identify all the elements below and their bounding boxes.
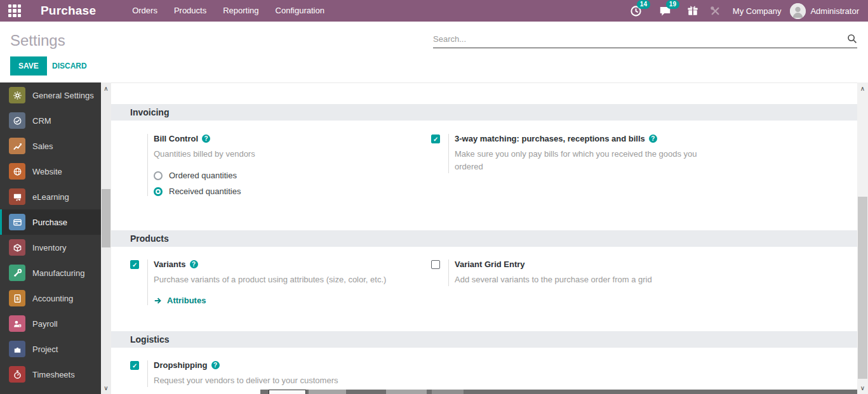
three-way-matching-checkbox[interactable] bbox=[431, 135, 440, 143]
page-title: Settings bbox=[10, 32, 65, 49]
svg-text:$: $ bbox=[16, 296, 19, 301]
radio-icon[interactable] bbox=[154, 171, 163, 180]
invoice-icon: $ bbox=[9, 290, 25, 306]
top-menu: Orders Products Reporting Configuration bbox=[124, 0, 333, 22]
sidebar-scrollbar-thumb[interactable] bbox=[102, 189, 110, 247]
employee-icon: $ bbox=[9, 315, 25, 332]
sidebar-label: Accounting bbox=[32, 294, 73, 303]
search-input[interactable] bbox=[433, 34, 847, 44]
setting-title: Bill Control bbox=[154, 134, 198, 143]
setting-variant-grid-entry: Variant Grid Entry Add several variants … bbox=[431, 259, 730, 286]
sidebar-label: CRM bbox=[32, 116, 51, 126]
sidebar-item-accounting[interactable]: $ Accounting bbox=[0, 286, 101, 311]
strip-segment bbox=[269, 390, 306, 394]
scroll-up-icon[interactable]: ∧ bbox=[857, 84, 868, 93]
globe-icon bbox=[9, 163, 25, 180]
sidebar-item-general-settings[interactable]: General Settings bbox=[0, 82, 101, 108]
content-scrollbar-thumb[interactable] bbox=[858, 197, 867, 379]
help-icon[interactable]: ? bbox=[190, 260, 198, 268]
gear-icon bbox=[9, 87, 25, 103]
app-title[interactable]: Purchase bbox=[41, 4, 96, 18]
radio-received-quantities[interactable]: Received quantities bbox=[154, 187, 417, 196]
setting-description: Purchase variants of a product using att… bbox=[154, 273, 422, 286]
setting-title: Dropshipping bbox=[154, 360, 208, 370]
apps-grid-icon[interactable] bbox=[8, 4, 21, 17]
sidebar-item-payroll[interactable]: $ Payroll bbox=[0, 311, 101, 336]
search-bar bbox=[433, 30, 857, 48]
top-navbar: Purchase Orders Products Reporting Confi… bbox=[0, 0, 868, 22]
sidebar-item-inventory[interactable]: Inventory bbox=[0, 235, 101, 260]
sidebar-item-website[interactable]: Website bbox=[0, 159, 101, 184]
sidebar-label: General Settings bbox=[32, 91, 94, 100]
sidebar-label: Sales bbox=[32, 141, 53, 151]
sidebar-label: Purchase bbox=[32, 218, 67, 227]
radio-label: Received quantities bbox=[169, 187, 241, 196]
chat-count-badge[interactable]: 19 bbox=[666, 0, 679, 9]
sidebar-item-timesheets[interactable]: Timesheets bbox=[0, 362, 101, 387]
sidebar-label: Project bbox=[32, 345, 58, 354]
scroll-up-icon[interactable]: ∧ bbox=[101, 84, 111, 93]
avatar[interactable] bbox=[790, 3, 806, 19]
sidebar-scrollbar[interactable]: ∧ ∨ bbox=[101, 82, 111, 394]
puzzle-icon bbox=[9, 341, 25, 357]
sidebar-item-elearning[interactable]: eLearning bbox=[0, 184, 101, 209]
chart-icon bbox=[9, 138, 25, 154]
search-icon[interactable] bbox=[847, 34, 857, 44]
menu-configuration[interactable]: Configuration bbox=[267, 0, 333, 22]
setting-title: Variants bbox=[154, 259, 186, 269]
topbar-right: 14 19 My Company Administrator bbox=[624, 3, 868, 19]
box-icon bbox=[9, 239, 25, 256]
radio-icon[interactable] bbox=[154, 187, 163, 196]
sidebar-item-sales[interactable]: Sales bbox=[0, 133, 101, 159]
variant-grid-entry-checkbox[interactable] bbox=[431, 260, 440, 269]
setting-variants: Variants ? Purchase variants of a produc… bbox=[130, 259, 422, 305]
arrow-right-icon bbox=[154, 296, 163, 305]
setting-description: Request your vendors to deliver to your … bbox=[154, 374, 422, 387]
sidebar-label: Payroll bbox=[32, 319, 58, 329]
help-icon[interactable]: ? bbox=[649, 135, 657, 143]
section-header-logistics: Logistics bbox=[111, 331, 857, 348]
discard-button[interactable]: DISCARD bbox=[48, 56, 91, 76]
dropshipping-checkbox[interactable] bbox=[130, 361, 139, 370]
setting-three-way-matching: 3-way matching: purchases, receptions an… bbox=[431, 134, 730, 173]
sidebar-item-crm[interactable]: CRM bbox=[0, 108, 101, 133]
chat-icon[interactable]: 19 bbox=[659, 5, 671, 17]
setting-description: Make sure you only pay bills for which y… bbox=[455, 148, 704, 173]
setting-title: 3-way matching: purchases, receptions an… bbox=[455, 134, 645, 143]
help-icon[interactable]: ? bbox=[211, 361, 220, 369]
company-switcher[interactable]: My Company bbox=[733, 6, 782, 16]
save-button[interactable]: SAVE bbox=[10, 56, 47, 76]
link-label: Attributes bbox=[167, 296, 206, 305]
setting-dropshipping: Dropshipping ? Request your vendors to d… bbox=[130, 360, 422, 387]
handshake-icon bbox=[9, 112, 25, 129]
menu-products[interactable]: Products bbox=[166, 0, 215, 22]
sidebar-item-manufacturing[interactable]: Manufacturing bbox=[0, 260, 101, 286]
variants-checkbox[interactable] bbox=[130, 260, 139, 269]
sidebar-label: Inventory bbox=[32, 243, 66, 253]
menu-orders[interactable]: Orders bbox=[124, 0, 166, 22]
activity-clock-icon[interactable]: 14 bbox=[630, 5, 642, 17]
sidebar-label: Manufacturing bbox=[32, 268, 84, 278]
scroll-down-icon[interactable]: ∨ bbox=[857, 383, 868, 393]
settings-content: Invoicing Bill Control ? Quantities bill… bbox=[111, 82, 857, 394]
sidebar-item-project[interactable]: Project bbox=[0, 336, 101, 362]
sidebar-label: eLearning bbox=[32, 192, 69, 202]
bill-control-options: Ordered quantities Received quantities bbox=[154, 171, 417, 196]
help-icon[interactable]: ? bbox=[202, 135, 210, 143]
sidebar-item-purchase[interactable]: Purchase bbox=[0, 209, 101, 235]
menu-reporting[interactable]: Reporting bbox=[215, 0, 267, 22]
settings-sidebar: General Settings CRM Sales Website eLear… bbox=[0, 82, 101, 394]
content-scrollbar[interactable]: ∧ ∨ bbox=[857, 82, 868, 394]
tools-icon[interactable] bbox=[710, 6, 721, 16]
setting-bill-control: Bill Control ? Quantities billed by vend… bbox=[130, 134, 417, 196]
scroll-down-icon[interactable]: ∨ bbox=[101, 383, 111, 393]
radio-ordered-quantities[interactable]: Ordered quantities bbox=[154, 171, 417, 180]
activity-count-badge[interactable]: 14 bbox=[637, 0, 650, 9]
bottom-cutoff-strip bbox=[260, 390, 857, 394]
attributes-link[interactable]: Attributes bbox=[154, 296, 422, 305]
strip-segment bbox=[386, 390, 427, 394]
setting-description: Quantities billed by vendors bbox=[154, 148, 417, 161]
user-menu[interactable]: Administrator bbox=[810, 6, 859, 16]
gift-icon[interactable] bbox=[687, 5, 698, 16]
section-header-invoicing: Invoicing bbox=[111, 104, 857, 121]
